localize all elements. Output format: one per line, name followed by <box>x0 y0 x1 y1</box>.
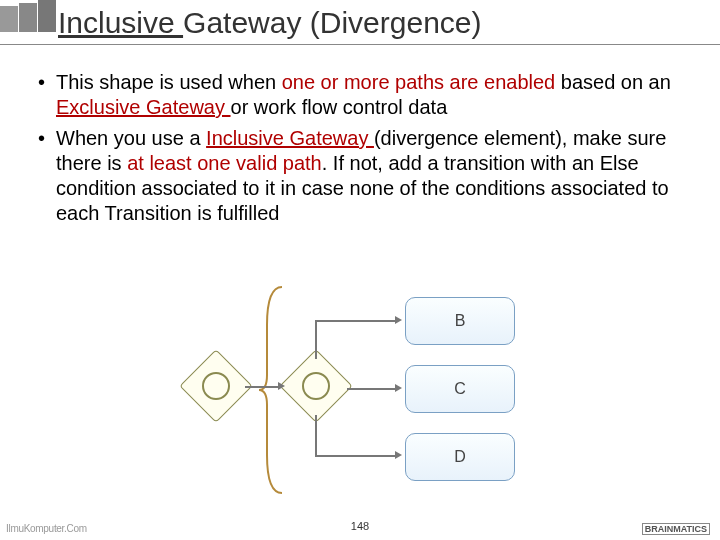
page-number: 148 <box>351 520 369 532</box>
sequence-flow <box>315 320 397 322</box>
bullet-list: This shape is used when one or more path… <box>38 70 688 232</box>
title-part-underlined: Inclusive <box>58 6 183 39</box>
footer-right: BRAINMATICS <box>642 523 710 534</box>
inclusive-gateway-icon <box>179 349 253 423</box>
arrow-icon <box>395 384 402 392</box>
bullet-item: This shape is used when one or more path… <box>38 70 688 120</box>
task-box-d: D <box>405 433 515 481</box>
title-divider <box>0 44 720 45</box>
task-box-c: C <box>405 365 515 413</box>
sequence-flow <box>315 321 317 359</box>
arrow-icon <box>278 382 285 390</box>
title-part-rest: Gateway (Divergence) <box>183 6 481 39</box>
sequence-flow <box>245 386 280 388</box>
slide-accent-tabs <box>0 0 57 32</box>
arrow-icon <box>395 451 402 459</box>
bullet-item: When you use a Inclusive Gateway (diverg… <box>38 126 688 226</box>
arrow-icon <box>395 316 402 324</box>
sequence-flow <box>315 415 317 457</box>
page-title: Inclusive Gateway (Divergence) <box>58 6 482 40</box>
inclusive-gateway-icon <box>279 349 353 423</box>
task-box-b: B <box>405 297 515 345</box>
bpmn-diagram: B C D <box>175 265 545 495</box>
footer-left: IlmuKomputer.Com <box>6 523 87 534</box>
sequence-flow <box>315 455 397 457</box>
sequence-flow <box>347 388 397 390</box>
